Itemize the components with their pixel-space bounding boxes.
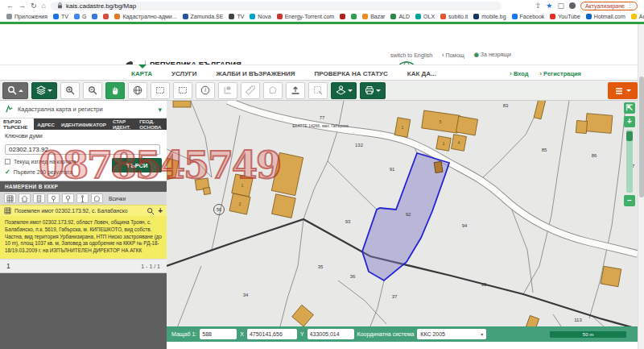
home-icon[interactable]: ⌂: [42, 2, 46, 10]
crs-select[interactable]: ККС 2005 ▾: [417, 329, 486, 339]
map-canvas[interactable]: 7713291929394958385868734353637113 15141…: [167, 101, 638, 326]
bookmark-star-icon[interactable]: ★: [546, 2, 552, 10]
bookmark-item[interactable]: [340, 14, 345, 19]
full-extent-button[interactable]: [128, 82, 147, 99]
bookmark-item[interactable]: Facebook: [512, 14, 545, 19]
tab-geodetic[interactable]: ГЕОД. ОСНОВА: [136, 118, 167, 130]
zoom-in-map-button[interactable]: +: [624, 116, 635, 127]
search-button[interactable]: ТЪРСИ: [112, 158, 162, 172]
switch-language-link[interactable]: switch to English: [390, 52, 432, 58]
x-coordinate-input[interactable]: [247, 329, 297, 339]
layers-tool-button[interactable]: [31, 82, 57, 99]
filter-house-button[interactable]: [19, 193, 31, 203]
help-link[interactable]: › Помощ: [442, 52, 464, 58]
bookmark-item[interactable]: mobile.bg: [473, 14, 506, 19]
accessibility-link[interactable]: ◉ За незрящи: [474, 52, 511, 58]
zoom-to-result-icon[interactable]: [147, 207, 155, 215]
keywords-label: Ключови думи: [5, 133, 162, 139]
forward-icon[interactable]: →: [19, 2, 26, 10]
keywords-input[interactable]: [5, 144, 160, 155]
bookmark-item[interactable]: Nova: [250, 14, 270, 19]
bookmark-item[interactable]: ALD: [390, 14, 410, 19]
scale-input[interactable]: [200, 329, 237, 339]
tab-identifier[interactable]: ИДЕНТИФИКАТОР: [58, 118, 109, 130]
tab-quick-search[interactable]: БЪРЗО ТЪРСЕНЕ: [0, 118, 34, 130]
map-content-button[interactable]: [608, 82, 638, 99]
pagination: 1 1 - 1 / 1: [0, 259, 167, 273]
caret-down-icon: [47, 89, 52, 92]
identify-button[interactable]: i: [196, 82, 215, 99]
pan-tool-button[interactable]: [105, 82, 125, 99]
filter-pole-button[interactable]: [76, 193, 89, 203]
page-scrollbar[interactable]: [638, 24, 644, 349]
checkbox-icon[interactable]: [5, 159, 10, 164]
tab-old-ident[interactable]: СТАР ИДЕНТ.: [109, 118, 136, 130]
nav-item-how-to[interactable]: КАК ДА...: [407, 70, 436, 77]
scrollbar-thumb[interactable]: [639, 77, 644, 197]
favicon: [250, 14, 255, 19]
bookmark-item[interactable]: Energy-Torrent.com: [277, 14, 334, 19]
zoom-slider-handle[interactable]: [626, 131, 633, 141]
bookmark-item[interactable]: OLX: [415, 14, 435, 19]
profile-avatar[interactable]: [569, 2, 576, 9]
result-item[interactable]: Поземлен имот 02302.173.92, с. Балабанск…: [0, 205, 167, 216]
layer-info-button[interactable]: [331, 82, 357, 99]
register-link[interactable]: › Регистрация: [539, 70, 581, 77]
measure-distance-button[interactable]: [241, 82, 260, 99]
filter-tree-button[interactable]: [62, 193, 74, 203]
nav-item-complaints[interactable]: ЖАЛБИ И ВЪЗРАЖЕНИЯ: [217, 70, 295, 77]
search-sidebar: Кадастрална карта и регистри ▾ БЪРЗО ТЪР…: [0, 101, 167, 349]
bookmark-item[interactable]: Кадастрално-адми...: [114, 14, 176, 19]
tab-icon[interactable]: ▢: [557, 2, 564, 10]
upload-button[interactable]: [286, 82, 305, 99]
next-extent-button[interactable]: [173, 82, 192, 99]
bookmark-item[interactable]: G: [74, 14, 86, 19]
reload-icon[interactable]: ↻: [31, 2, 37, 10]
bookmark-item[interactable]: TV: [229, 14, 244, 19]
layer-selector[interactable]: Кадастрална карта и регистри ▾: [0, 101, 167, 118]
y-coordinate-input[interactable]: [308, 329, 354, 339]
parcel-number-label: 113: [574, 318, 582, 322]
search-tool-button[interactable]: [2, 82, 28, 99]
tab-address[interactable]: АДРЕС: [34, 118, 58, 130]
add-result-icon[interactable]: +: [158, 206, 163, 215]
bookmark-item[interactable]: subito.it: [440, 14, 468, 19]
nav-item-map[interactable]: КАРТА: [131, 70, 152, 77]
update-button[interactable]: Актуализиране ⋮: [580, 2, 638, 10]
share-icon[interactable]: ⇪: [535, 2, 542, 10]
measure-coordinates-button[interactable]: [218, 82, 237, 99]
back-icon[interactable]: ←: [6, 2, 14, 10]
nav-item-services[interactable]: УСЛУГИ: [171, 70, 196, 77]
filter-point-button[interactable]: [47, 193, 60, 203]
print-button[interactable]: [360, 82, 386, 99]
zoom-slider[interactable]: [626, 130, 633, 193]
bookmark-item[interactable]: Bazar: [362, 14, 385, 19]
bookmark-item[interactable]: AutoScout24.it: [631, 14, 644, 19]
previous-extent-button[interactable]: [151, 82, 170, 99]
filter-parcels-button[interactable]: [4, 193, 16, 203]
bookmark-item[interactable]: [351, 14, 357, 19]
map-container: 7713291929394958385868734353637113 15141…: [167, 101, 638, 349]
bookmark-item[interactable]: [103, 14, 109, 19]
measure-area-button[interactable]: [263, 82, 283, 99]
zoom-out-button[interactable]: [83, 82, 102, 99]
filter-zone-button[interactable]: [91, 193, 103, 203]
address-bar[interactable]: kais.cadastre.bg/bg/Map: [51, 2, 502, 10]
bookmark-item[interactable]: Приложения: [6, 14, 47, 19]
filter-all-link[interactable]: Всички: [109, 196, 126, 202]
bookmark-item[interactable]: TV: [53, 14, 68, 19]
bookmark-item[interactable]: [92, 14, 97, 19]
bookmark-item[interactable]: Hotmail.com: [586, 14, 625, 19]
map-statusbar: Мащаб 1: X Y Координатна система ККС 200…: [167, 326, 638, 342]
bookmark-item[interactable]: YouTube: [550, 14, 580, 19]
zoom-out-map-button[interactable]: −: [624, 195, 635, 206]
full-extent-map-button[interactable]: ⇱: [624, 102, 635, 114]
page-number[interactable]: 1: [6, 262, 10, 270]
bookmark-item[interactable]: Zamunda.SE: [183, 14, 224, 19]
login-link[interactable]: › Вход: [510, 70, 528, 77]
zoom-in-button[interactable]: [60, 82, 80, 99]
filter-building-button[interactable]: [33, 193, 45, 203]
favicon: [351, 14, 357, 19]
select-features-button[interactable]: [308, 82, 328, 99]
nav-item-status-check[interactable]: ПРОВЕРКА НА СТАТУС: [315, 70, 388, 77]
